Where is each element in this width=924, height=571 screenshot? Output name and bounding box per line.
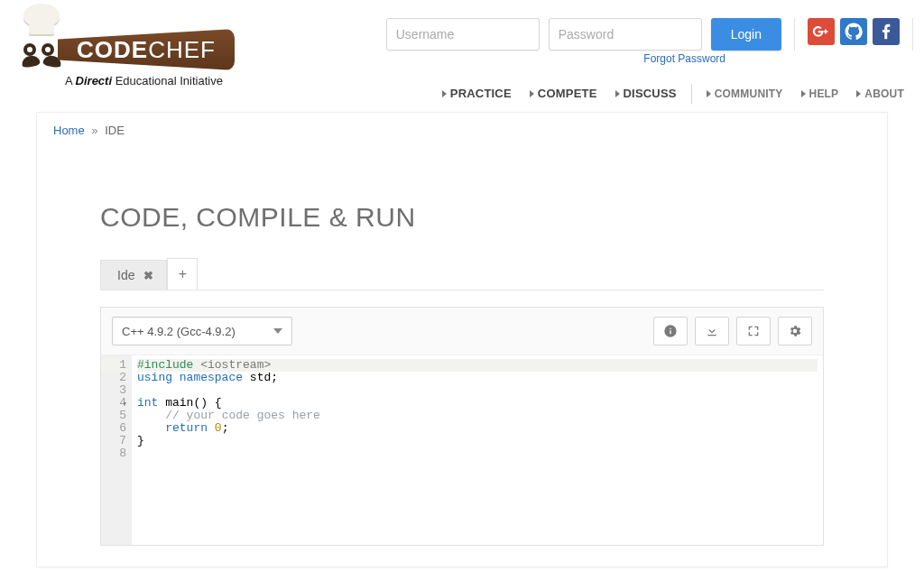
settings-button[interactable] xyxy=(778,317,812,345)
brand-code: CODE xyxy=(77,36,148,63)
code-editor[interactable]: 1 2 3 4▾ 5 6 7 8 #include <iostream> usi… xyxy=(101,355,823,545)
breadcrumb-sep: » xyxy=(91,124,97,137)
brand-pennant: CODECHEF xyxy=(58,29,235,70)
triangle-icon xyxy=(856,90,861,97)
header: CODECHEF A Directi Educational Initiativ… xyxy=(0,0,924,106)
login-button[interactable]: Login xyxy=(711,18,781,51)
triangle-icon xyxy=(530,90,534,97)
tab-label: Ide xyxy=(117,268,134,282)
google-plus-icon[interactable] xyxy=(808,18,835,45)
social-logins xyxy=(808,18,900,45)
gear-icon xyxy=(788,324,802,338)
breadcrumb-current: IDE xyxy=(105,124,125,137)
line-number: 6 xyxy=(101,422,126,435)
language-selected: C++ 4.9.2 (Gcc-4.9.2) xyxy=(122,325,236,338)
page-canvas: Home » IDE CODE, COMPILE & RUN Ide ✖ + C… xyxy=(36,112,888,567)
nav-about[interactable]: ABOUT xyxy=(847,84,913,104)
forgot-password-link[interactable]: Forgot Password xyxy=(643,52,725,65)
ide-panel: C++ 4.9.2 (Gcc-4.9.2) 1 2 3 4▾ xyxy=(100,307,824,546)
line-number: 5 xyxy=(101,410,126,422)
ide-toolbar: C++ 4.9.2 (Gcc-4.9.2) xyxy=(101,308,823,355)
code-area[interactable]: #include <iostream> using namespace std;… xyxy=(132,355,823,545)
triangle-icon xyxy=(801,90,806,97)
add-tab-button[interactable]: + xyxy=(167,258,198,290)
fullscreen-button[interactable] xyxy=(736,317,771,345)
breadcrumb-home[interactable]: Home xyxy=(53,124,85,137)
nav-compete[interactable]: COMPETE xyxy=(521,83,606,104)
logo[interactable]: CODECHEF A Directi Educational Initiativ… xyxy=(9,5,230,82)
facebook-icon[interactable] xyxy=(873,18,900,45)
line-number: 2 xyxy=(101,372,126,384)
nav-community[interactable]: COMMUNITY xyxy=(698,84,792,104)
gutter: 1 2 3 4▾ 5 6 7 8 xyxy=(101,355,132,545)
triangle-icon xyxy=(615,90,620,97)
divider xyxy=(691,84,692,104)
page-title: CODE, COMPILE & RUN xyxy=(100,202,824,233)
nav-practice[interactable]: PRACTICE xyxy=(433,83,521,104)
chef-hat-icon xyxy=(20,4,63,40)
tab-ide[interactable]: Ide ✖ xyxy=(100,260,167,290)
github-icon[interactable] xyxy=(840,18,867,45)
info-button[interactable] xyxy=(653,317,688,345)
password-input[interactable] xyxy=(549,18,702,51)
download-button[interactable] xyxy=(695,317,729,345)
nav-help[interactable]: HELP xyxy=(792,84,848,104)
line-number: 4▾ xyxy=(101,397,126,410)
main-nav: PRACTICE COMPETE DISCUSS COMMUNITY HELP … xyxy=(433,83,913,104)
divider xyxy=(794,18,795,51)
download-icon xyxy=(705,324,719,338)
line-number: 3 xyxy=(101,384,126,397)
breadcrumb: Home » IDE xyxy=(37,113,887,148)
info-icon xyxy=(663,324,678,338)
chef-face-icon xyxy=(20,40,63,67)
tagline: A Directi Educational Initiative xyxy=(65,74,223,87)
language-select[interactable]: C++ 4.9.2 (Gcc-4.9.2) xyxy=(112,317,292,345)
brand-chef: CHEF xyxy=(148,36,216,63)
close-icon[interactable]: ✖ xyxy=(143,269,153,282)
caret-down-icon xyxy=(273,328,282,334)
login-bar: Login xyxy=(386,18,917,51)
triangle-icon xyxy=(442,90,447,97)
triangle-icon xyxy=(707,90,711,97)
expand-icon xyxy=(746,324,761,338)
nav-discuss[interactable]: DISCUSS xyxy=(606,83,686,104)
line-number: 8 xyxy=(101,447,126,460)
line-number: 1 xyxy=(101,359,126,372)
editor-tabs: Ide ✖ + xyxy=(100,258,824,290)
line-number: 7 xyxy=(101,435,126,447)
divider xyxy=(912,18,913,51)
username-input[interactable] xyxy=(386,18,540,51)
